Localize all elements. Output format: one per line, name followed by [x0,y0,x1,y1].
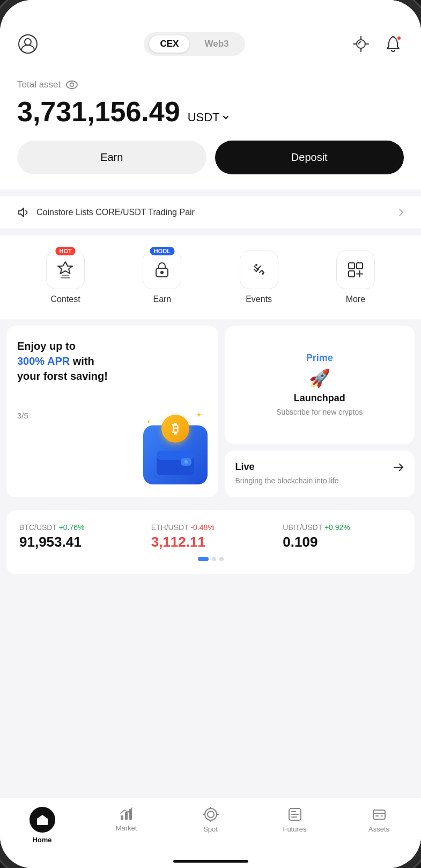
launchpad-title: Launchpad [294,393,345,404]
btc-price: 91,953.41 [19,534,138,550]
nav-spot-label: Spot [203,825,218,833]
svg-point-21 [205,808,217,820]
launchpad-subtitle: Subscribe for new cryptos [276,407,363,418]
btc-change: +0.76% [59,523,85,532]
hot-badge: HOT [56,247,76,255]
deposit-button[interactable]: Deposit [215,141,404,174]
svg-rect-19 [125,812,128,820]
ticker-ubit[interactable]: UBIT/USDT +0.92% 0.109 [283,523,402,550]
home-indicator [173,860,248,863]
notification-icon[interactable] [382,33,404,55]
quick-action-events[interactable]: Events [211,251,307,304]
market-icon [119,807,134,821]
currency-tag[interactable]: USDT [188,111,230,124]
megaphone-icon [17,206,30,219]
ubit-change: +0.92% [324,523,350,532]
right-cards: Prime 🚀 Launchpad Subscribe for new cryp… [225,326,415,497]
notification-badge [396,35,402,41]
tab-switcher: CEX Web3 [144,32,245,56]
svg-rect-24 [373,810,385,819]
nav-assets-label: Assets [368,825,389,833]
svg-point-10 [262,273,264,275]
home-icon [29,807,55,833]
arrow-right-icon [393,463,404,472]
web3-tab[interactable]: Web3 [194,35,239,53]
ubit-price: 0.109 [283,534,402,550]
earn-button[interactable]: Earn [17,141,206,174]
quick-label-earn: Earn [153,295,171,304]
nav-home-label: Home [32,836,51,844]
nav-home[interactable]: Home [0,807,84,844]
action-buttons: Earn Deposit [17,141,404,174]
chevron-right-icon [398,208,404,217]
nav-market-label: Market [116,824,137,832]
svg-rect-18 [121,815,123,820]
rocket-icon: 🚀 [309,368,330,388]
eye-icon[interactable] [66,80,78,89]
total-asset-label: Total asset [17,79,404,90]
quick-label-more: More [346,295,365,304]
svg-point-22 [208,811,214,818]
ticker-row: BTC/USDT +0.76% 91,953.41 ETH/USDT -0.48… [19,523,402,550]
svg-point-1 [25,39,31,45]
svg-rect-13 [349,271,354,277]
quick-actions: HOT Contest HODL [0,236,421,319]
assets-icon [372,807,387,822]
live-title: Live [235,461,255,473]
cards-section: Enjoy up to 300% APR with your forst sav… [6,326,415,497]
savings-card[interactable]: Enjoy up to 300% APR with your forst sav… [6,326,218,497]
nav-market[interactable]: Market [84,807,168,844]
nav-assets[interactable]: Assets [337,807,421,844]
eth-price: 3,112.11 [151,534,270,550]
bottom-navigation: Home Market [0,798,421,860]
slide-indicator: 3/5 [17,411,28,420]
apr-highlight: 300% APR [17,355,70,367]
quick-label-events: Events [246,295,272,304]
home-bar [0,860,421,868]
svg-rect-12 [357,263,363,269]
svg-point-3 [67,81,77,89]
eth-change: -0.48% [190,523,214,532]
ticker-eth[interactable]: ETH/USDT -0.48% 3,112.11 [151,523,270,550]
nav-futures[interactable]: Futures [253,807,337,844]
spot-icon [203,807,219,822]
nav-spot[interactable]: Spot [168,807,253,844]
ticker-dot-1 [198,557,209,561]
prime-label: Prime [306,352,333,364]
svg-rect-6 [61,277,70,278]
quick-action-more[interactable]: More [307,251,404,304]
launchpad-card[interactable]: Prime 🚀 Launchpad Subscribe for new cryp… [225,326,415,444]
wallet-illustration: ✦ ✦ ₿ [143,425,208,484]
app-header: CEX Web3 [0,0,421,67]
ticker-dot-2 [212,557,216,561]
market-ticker: BTC/USDT +0.76% 91,953.41 ETH/USDT -0.48… [6,510,415,574]
ticker-dot-3 [219,557,224,561]
ticker-dots [19,557,402,561]
svg-rect-5 [62,275,69,276]
quick-action-earn[interactable]: HODL Earn [114,251,210,304]
nav-futures-label: Futures [283,825,306,833]
support-icon[interactable] [350,33,372,55]
account-section: Total asset 3,731,156.49 USDT Earn Depos… [0,67,421,189]
ticker-btc[interactable]: BTC/USDT +0.76% 91,953.41 [19,523,138,550]
profile-icon[interactable] [17,33,39,55]
live-subtitle: Bringing the blockchain into life [235,476,404,487]
svg-rect-11 [349,263,354,269]
quick-label-contest: Contest [51,295,80,304]
svg-point-9 [255,264,257,266]
hodl-badge: HODL [150,247,174,255]
svg-point-4 [70,83,74,87]
live-card[interactable]: Live Bringing the blockchain into life [225,451,415,497]
futures-icon [287,807,302,822]
cex-tab[interactable]: CEX [149,35,189,53]
total-amount: 3,731,156.49 USDT [17,95,404,128]
svg-point-2 [357,40,365,48]
quick-action-contest[interactable]: HOT Contest [17,251,114,304]
svg-point-17 [184,460,188,464]
svg-point-8 [160,271,164,274]
announcement-banner[interactable]: Coinstore Lists CORE/USDT Trading Pair [0,196,421,229]
